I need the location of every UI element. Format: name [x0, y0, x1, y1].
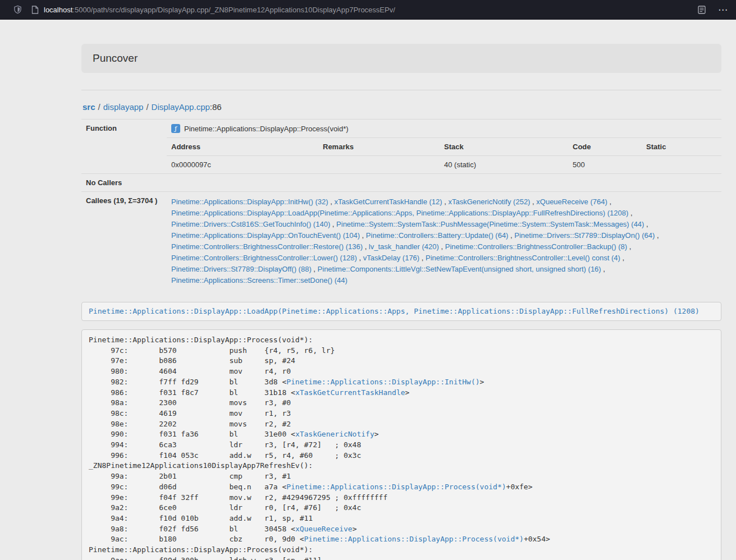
browser-chrome: localhost:5000/path/src/displayapp/Displ… [0, 0, 736, 20]
callee-link[interactable]: Pinetime::Applications::DisplayApp::OnTo… [171, 231, 360, 240]
callee-separator: , [601, 265, 605, 273]
code-symbol-link[interactable]: xTaskGenericNotify [295, 430, 374, 438]
callee-link[interactable]: Pinetime::Drivers::Cst816S::GetTouchInfo… [171, 220, 330, 228]
stats-header-address: Address [167, 138, 318, 156]
callee-link[interactable]: Pinetime::Applications::DisplayApp::Init… [171, 198, 328, 206]
callee-separator: , [607, 198, 611, 206]
callee-link[interactable]: Pinetime::Components::LittleVgl::SetNewT… [318, 265, 601, 273]
stats-header-code: Code [568, 138, 642, 156]
callee-separator: , [330, 220, 336, 228]
url-path: :5000/path/src/displayapp/DisplayApp.cpp… [72, 6, 395, 14]
stats-values-row: 0x0000097c 40 (static) 500 [167, 156, 721, 174]
callee-separator: , [363, 242, 369, 251]
no-callers-row: No Callers [81, 174, 721, 192]
callee-separator: , [655, 231, 659, 240]
callee-link[interactable]: Pinetime::Controllers::BrightnessControl… [171, 242, 363, 251]
breadcrumb-line-number: :86 [210, 102, 222, 112]
callee-separator: , [644, 220, 648, 228]
stats-header-static: Static [642, 138, 721, 156]
function-row-label: Function [81, 120, 167, 174]
function-table: Function ƒ Pinetime::Applications::Displ… [81, 119, 721, 291]
breadcrumb-separator: / [95, 102, 103, 112]
code-symbol-link[interactable]: Pinetime::Applications::DisplayApp::Proc… [286, 483, 506, 491]
function-name: Pinetime::Applications::DisplayApp::Proc… [184, 125, 349, 133]
callee-separator: , [439, 242, 445, 251]
stats-value-static [642, 156, 721, 174]
stats-value-code: 500 [568, 156, 642, 174]
callee-link[interactable]: Pinetime::Controllers::BrightnessControl… [171, 254, 357, 262]
stats-header-remarks: Remarks [318, 138, 440, 156]
address-bar[interactable]: localhost:5000/path/src/displayapp/Displ… [44, 6, 395, 14]
stats-row: Address Remarks Stack Code Static 0x0000… [81, 138, 721, 174]
function-row: Function ƒ Pinetime::Applications::Displ… [81, 120, 721, 138]
callee-separator: , [627, 242, 631, 251]
page-title: Puncover [93, 52, 710, 65]
callees-row: Callees (19, Σ=3704 ) Pinetime::Applicat… [81, 192, 721, 291]
callees-label: Callees (19, Σ=3704 ) [81, 192, 167, 291]
loadapp-box: Pinetime::Applications::DisplayApp::Load… [81, 302, 721, 321]
callee-link[interactable]: Pinetime::System::SystemTask::PushMessag… [336, 220, 644, 228]
breadcrumb-separator: / [143, 102, 151, 112]
no-callers-label: No Callers [81, 174, 167, 192]
callee-link[interactable]: xTaskGetCurrentTaskHandle (12) [334, 198, 442, 206]
stats-table: Address Remarks Stack Code Static 0x0000… [167, 138, 721, 173]
breadcrumb-link-src[interactable]: src [83, 102, 95, 112]
shield-icon[interactable] [12, 4, 22, 15]
divider [81, 90, 721, 90]
menu-icon[interactable]: ⋯ [718, 5, 728, 15]
callee-link[interactable]: vTaskDelay (176) [363, 254, 419, 262]
callee-link[interactable]: Pinetime::Drivers::St7789::DisplayOff() … [171, 265, 312, 273]
function-icon: ƒ [171, 124, 180, 133]
url-host: localhost [44, 6, 72, 14]
code-symbol-link[interactable]: xQueueReceive [295, 525, 353, 533]
callee-separator: , [328, 198, 335, 206]
callee-link[interactable]: Pinetime::Applications::DisplayApp::Load… [171, 209, 628, 217]
callee-link[interactable]: Pinetime::Applications::Screens::Timer::… [171, 276, 348, 284]
stats-value-remarks [318, 156, 440, 174]
code-symbol-link[interactable]: Pinetime::Applications::DisplayApp::Init… [286, 378, 479, 386]
callee-separator: , [628, 209, 632, 217]
stats-value-stack: 40 (static) [440, 156, 568, 174]
callee-link[interactable]: Pinetime::Drivers::St7789::DisplayOn() (… [514, 231, 655, 240]
callee-separator: , [530, 198, 536, 206]
disassembly: Pinetime::Applications::DisplayApp::Proc… [81, 329, 721, 560]
callee-separator: , [620, 254, 624, 262]
callee-link[interactable]: Pinetime::Controllers::BrightnessControl… [445, 242, 627, 251]
reader-mode-icon[interactable] [697, 4, 707, 15]
callee-separator: , [360, 231, 366, 240]
callee-separator: , [312, 265, 318, 273]
loadapp-link[interactable]: Pinetime::Applications::DisplayApp::Load… [89, 307, 700, 315]
code-symbol-link[interactable]: Pinetime::Applications::DisplayApp::Proc… [304, 535, 524, 543]
callee-separator: , [357, 254, 363, 262]
jumbotron: Puncover [81, 44, 721, 73]
callee-link[interactable]: xTaskGenericNotify (252) [449, 198, 531, 206]
callees-cell: Pinetime::Applications::DisplayApp::Init… [167, 192, 721, 291]
callee-separator: , [419, 254, 426, 262]
stats-header-stack: Stack [440, 138, 568, 156]
callee-separator: , [508, 231, 514, 240]
callee-link[interactable]: Pinetime::Controllers::BrightnessControl… [426, 254, 620, 262]
breadcrumb-link-displayapp[interactable]: displayapp [103, 102, 144, 112]
breadcrumb-link-file[interactable]: DisplayApp.cpp [152, 102, 210, 112]
callee-separator: , [442, 198, 449, 206]
page-icon[interactable] [30, 4, 40, 15]
callee-link[interactable]: lv_task_handler (420) [369, 242, 439, 251]
callee-link[interactable]: xQueueReceive (764) [536, 198, 607, 206]
stats-value-address: 0x0000097c [167, 156, 318, 174]
callee-link[interactable]: Pinetime::Controllers::Battery::Update()… [366, 231, 509, 240]
content-container: Puncover src/displayapp/DisplayApp.cpp:8… [81, 44, 721, 560]
code-symbol-link[interactable]: xTaskGetCurrentTaskHandle [295, 388, 405, 397]
breadcrumb: src/displayapp/DisplayApp.cpp:86 [83, 102, 721, 112]
